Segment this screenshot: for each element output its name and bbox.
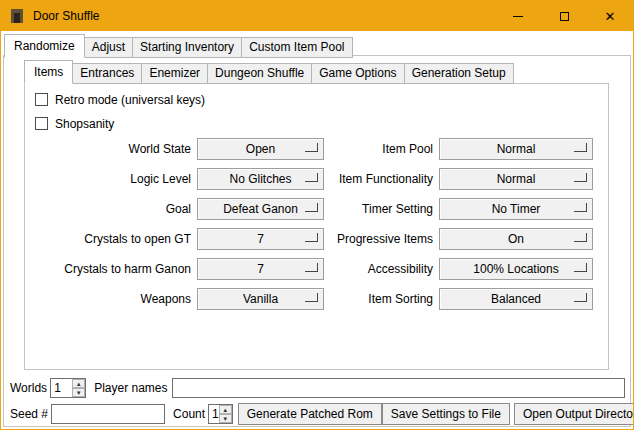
crystals-harm-ganon-value: 7 [257,262,264,276]
goal-value: Defeat Ganon [223,202,298,216]
progressive-items-value: On [508,232,524,246]
tab-generation-setup[interactable]: Generation Setup [404,63,514,84]
weapons-dropdown[interactable]: Vanilla [197,288,324,310]
dropdown-indicator-icon [574,293,587,302]
seed-input[interactable] [51,404,165,424]
tab-entrances[interactable]: Entrances [72,63,142,84]
dropdown-indicator-icon [574,143,587,152]
seed-label: Seed # [10,407,48,421]
item-sorting-value: Balanced [491,292,541,306]
close-icon: ✕ [605,10,616,23]
accessibility-label: Accessibility [330,262,433,276]
spin-down-icon[interactable]: ▼ [72,388,85,397]
dropdown-indicator-icon [574,263,587,272]
world-state-label: World State [31,142,191,156]
crystals-open-gt-dropdown[interactable]: 7 [197,228,324,250]
crystals-open-gt-value: 7 [257,232,264,246]
tab-adjust[interactable]: Adjust [84,37,133,58]
shopsanity-label: Shopsanity [55,117,114,131]
app-window: Door Shuffle ✕ Randomize Adjust Starting… [0,0,634,430]
spin-up-icon[interactable]: ▲ [72,379,85,388]
world-state-dropdown[interactable]: Open [197,138,324,160]
item-functionality-label: Item Functionality [330,172,433,186]
save-settings-button[interactable]: Save Settings to File [382,403,510,425]
worlds-spinner[interactable]: 1 ▲ ▼ [50,378,86,398]
tab-randomize[interactable]: Randomize [4,34,85,58]
close-button[interactable]: ✕ [587,1,633,31]
item-pool-value: Normal [497,142,536,156]
progressive-items-dropdown[interactable]: On [439,228,593,250]
tab-custom-item-pool[interactable]: Custom Item Pool [241,37,352,58]
minimize-button[interactable] [495,1,541,31]
accessibility-value: 100% Locations [473,262,558,276]
tab-dungeon-shuffle[interactable]: Dungeon Shuffle [207,63,312,84]
spin-up-icon[interactable]: ▲ [219,405,232,414]
item-sorting-label: Item Sorting [330,292,433,306]
item-functionality-value: Normal [497,172,536,186]
tab-game-options[interactable]: Game Options [311,63,404,84]
maximize-button[interactable] [541,1,587,31]
progressive-items-label: Progressive Items [330,232,433,246]
window-content: Randomize Adjust Starting Inventory Cust… [1,31,633,429]
logic-level-dropdown[interactable]: No Glitches [197,168,324,190]
dropdown-indicator-icon [574,173,587,182]
worlds-value: 1 [51,379,72,397]
dropdown-indicator-icon [574,233,587,242]
item-sorting-dropdown[interactable]: Balanced [439,288,593,310]
dropdown-indicator-icon [305,143,318,152]
tab-starting-inventory[interactable]: Starting Inventory [132,37,242,58]
tab-items[interactable]: Items [24,60,73,84]
retro-mode-label: Retro mode (universal keys) [55,93,205,107]
worlds-spinner-arrows: ▲ ▼ [72,379,85,397]
maximize-icon [560,12,569,21]
randomize-page: Items Entrances Enemizer Dungeon Shuffle… [3,55,631,427]
window-title: Door Shuffle [33,9,100,23]
items-page: Retro mode (universal keys) Shopsanity W… [24,83,609,370]
timer-setting-value: No Timer [492,202,541,216]
seed-row: Seed # Count 1 ▲ ▼ Generate Patched Rom … [10,403,625,425]
app-icon [9,8,25,24]
generate-patched-rom-button[interactable]: Generate Patched Rom [238,403,382,425]
options-grid: World State Open Item Pool Normal Logic … [31,138,608,310]
accessibility-dropdown[interactable]: 100% Locations [439,258,593,280]
item-pool-dropdown[interactable]: Normal [439,138,593,160]
dropdown-indicator-icon [305,263,318,272]
dropdown-indicator-icon [305,233,318,242]
dropdown-indicator-icon [305,293,318,302]
weapons-value: Vanilla [243,292,278,306]
dropdown-indicator-icon [305,203,318,212]
crystals-open-gt-label: Crystals to open GT [31,232,191,246]
retro-mode-checkbox[interactable]: Retro mode (universal keys) [35,92,608,107]
title-bar[interactable]: Door Shuffle ✕ [1,1,633,31]
crystals-harm-ganon-label: Crystals to harm Ganon [31,262,191,276]
timer-setting-dropdown[interactable]: No Timer [439,198,593,220]
logic-level-label: Logic Level [31,172,191,186]
crystals-harm-ganon-dropdown[interactable]: 7 [197,258,324,280]
sub-tab-bar: Items Entrances Enemizer Dungeon Shuffle… [24,60,609,84]
timer-setting-label: Timer Setting [330,202,433,216]
weapons-label: Weapons [31,292,191,306]
goal-dropdown[interactable]: Defeat Ganon [197,198,324,220]
world-state-value: Open [246,142,275,156]
count-spinner-arrows: ▲ ▼ [219,405,232,423]
count-value: 1 [209,405,219,423]
player-names-label: Player names [94,381,167,395]
goal-label: Goal [31,202,191,216]
player-names-input[interactable] [172,378,626,398]
checkbox-box-icon [35,117,48,130]
dropdown-indicator-icon [574,203,587,212]
item-pool-label: Item Pool [330,142,433,156]
main-tab-bar: Randomize Adjust Starting Inventory Cust… [4,34,352,58]
tab-enemizer[interactable]: Enemizer [141,63,208,84]
open-output-directory-button[interactable]: Open Output Directory [514,403,634,425]
worlds-label: Worlds [10,381,47,395]
logic-level-value: No Glitches [229,172,291,186]
minimize-icon [513,16,523,17]
shopsanity-checkbox[interactable]: Shopsanity [35,116,608,131]
item-functionality-dropdown[interactable]: Normal [439,168,593,190]
count-spinner[interactable]: 1 ▲ ▼ [208,404,233,424]
dropdown-indicator-icon [305,173,318,182]
sub-notebook: Items Entrances Enemizer Dungeon Shuffle… [24,60,609,370]
spin-down-icon[interactable]: ▼ [219,414,232,423]
worlds-row: Worlds 1 ▲ ▼ Player names [10,378,625,398]
